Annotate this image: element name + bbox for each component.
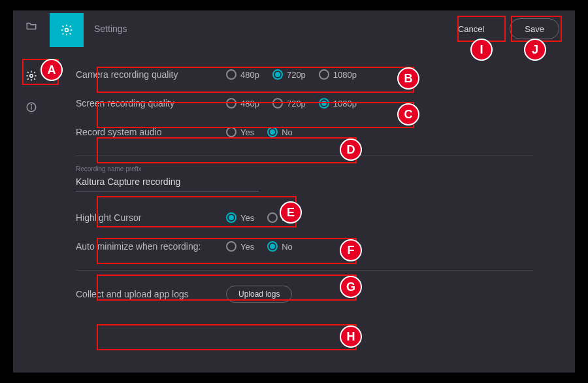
radio-option[interactable]: No xyxy=(267,212,293,223)
radio-label: 720p xyxy=(287,99,306,108)
prefix-input[interactable] xyxy=(76,174,259,192)
gear-icon[interactable] xyxy=(25,69,38,82)
auto-minimize-options: YesNo xyxy=(226,241,293,252)
logs-row: Collect and upload app logs Upload logs xyxy=(76,280,559,308)
logs-label: Collect and upload app logs xyxy=(76,289,226,299)
radio-dot-icon xyxy=(319,69,329,80)
page-title: Settings xyxy=(94,24,127,34)
settings-tile-icon xyxy=(50,13,84,47)
radio-option[interactable]: No xyxy=(267,127,293,137)
radio-label: No xyxy=(282,242,293,252)
radio-dot-icon xyxy=(272,69,283,80)
radio-dot-icon xyxy=(267,127,278,137)
radio-dot-icon xyxy=(267,212,278,223)
radio-option[interactable]: Yes xyxy=(226,241,254,252)
radio-label: 720p xyxy=(287,70,306,80)
radio-label: 1080p xyxy=(333,70,357,80)
radio-label: Yes xyxy=(240,127,254,137)
radio-dot-icon xyxy=(226,127,237,137)
radio-dot-icon xyxy=(272,98,283,108)
auto-minimize-row: Auto minimize when recording: YesNo xyxy=(76,232,559,261)
info-icon[interactable] xyxy=(25,101,38,114)
svg-point-0 xyxy=(30,75,33,78)
radio-option[interactable]: 480p xyxy=(226,69,259,80)
auto-minimize-label: Auto minimize when recording: xyxy=(76,241,226,252)
app-window: Settings Cancel Save Camera recording qu… xyxy=(13,10,575,373)
screen-quality-options: 480p720p1080p xyxy=(226,98,357,108)
system-audio-label: Record system audio xyxy=(76,127,226,137)
radio-dot-icon xyxy=(226,69,237,80)
radio-label: 1080p xyxy=(333,99,357,108)
svg-point-3 xyxy=(31,105,31,105)
system-audio-row: Record system audio YesNo xyxy=(76,118,559,146)
system-audio-options: YesNo xyxy=(226,127,293,137)
radio-option[interactable]: Yes xyxy=(226,212,254,223)
radio-dot-icon xyxy=(267,241,278,252)
radio-label: Yes xyxy=(240,242,254,252)
radio-option[interactable]: 720p xyxy=(272,69,306,80)
header: Settings Cancel Save xyxy=(50,10,559,47)
main-panel: Settings Cancel Save Camera recording qu… xyxy=(50,10,575,373)
radio-label: No xyxy=(282,213,293,223)
svg-point-4 xyxy=(65,29,69,32)
upload-logs-button[interactable]: Upload logs xyxy=(226,286,292,303)
screen-quality-row: Screen recording quality 480p720p1080p xyxy=(76,89,559,118)
folder-icon[interactable] xyxy=(25,20,38,33)
radio-option[interactable]: Yes xyxy=(226,127,254,137)
radio-dot-icon xyxy=(226,241,237,252)
radio-option[interactable]: 720p xyxy=(272,98,306,108)
radio-option[interactable]: 1080p xyxy=(319,69,357,80)
settings-content: Camera recording quality 480p720p1080p S… xyxy=(50,47,559,373)
camera-quality-label: Camera recording quality xyxy=(76,69,226,80)
divider xyxy=(76,156,533,156)
highlight-cursor-row: Highlight Cursor YesNo xyxy=(76,203,559,232)
screen-quality-label: Screen recording quality xyxy=(76,98,226,108)
radio-label: 480p xyxy=(240,99,259,108)
radio-dot-icon xyxy=(319,98,329,108)
highlight-cursor-label: Highlight Cursor xyxy=(76,212,226,223)
radio-label: No xyxy=(282,127,293,137)
highlight-cursor-options: YesNo xyxy=(226,212,293,223)
save-button[interactable]: Save xyxy=(510,18,559,39)
prefix-field: Recording name prefix xyxy=(76,165,259,192)
radio-option[interactable]: 1080p xyxy=(319,98,357,108)
camera-quality-row: Camera recording quality 480p720p1080p xyxy=(76,60,559,89)
camera-quality-options: 480p720p1080p xyxy=(226,69,357,80)
radio-label: Yes xyxy=(240,213,254,223)
radio-option[interactable]: No xyxy=(267,241,293,252)
cancel-button[interactable]: Cancel xyxy=(443,18,499,39)
radio-dot-icon xyxy=(226,212,237,223)
divider xyxy=(76,270,533,271)
radio-dot-icon xyxy=(226,98,237,108)
radio-option[interactable]: 480p xyxy=(226,98,259,108)
prefix-label: Recording name prefix xyxy=(76,165,259,173)
radio-label: 480p xyxy=(240,70,259,80)
sidebar xyxy=(13,10,50,373)
